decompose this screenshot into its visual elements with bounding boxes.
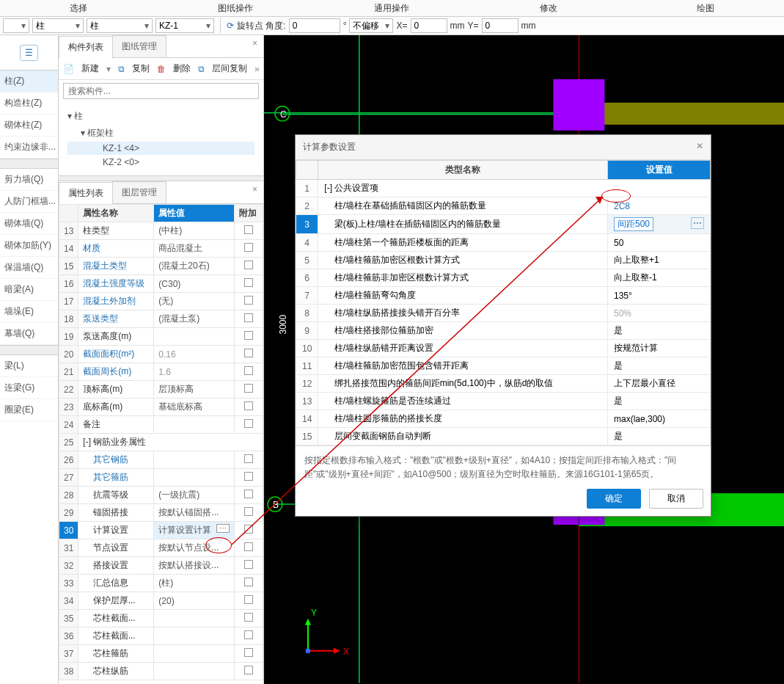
list-icon[interactable]: ☰ bbox=[20, 45, 38, 61]
param-row[interactable]: 7 柱/墙柱箍筋弯勾角度135° bbox=[296, 287, 711, 305]
category-item[interactable]: 约束边缘非... bbox=[0, 137, 58, 159]
param-row[interactable]: 11 柱/墙柱箍筋加密范围包含错开距离是 bbox=[296, 357, 711, 375]
param-row[interactable]: 5 柱/墙柱箍筋加密区根数计算方式向上取整+1 bbox=[296, 252, 711, 269]
checkbox[interactable] bbox=[244, 366, 253, 375]
property-row[interactable]: 26 其它钢筋 bbox=[59, 451, 263, 469]
checkbox[interactable] bbox=[244, 331, 253, 340]
checkbox[interactable] bbox=[244, 578, 253, 586]
property-row[interactable]: 35 芯柱截面... bbox=[59, 610, 263, 627]
checkbox[interactable] bbox=[244, 630, 253, 639]
property-row[interactable]: 22顶标高(m)层顶标高 bbox=[59, 381, 263, 399]
dropdown-1[interactable]: ▾ bbox=[3, 18, 29, 33]
checkbox[interactable] bbox=[244, 525, 253, 534]
y-input[interactable] bbox=[482, 18, 519, 33]
search-input[interactable] bbox=[63, 83, 259, 99]
menu-modify[interactable]: 修改 bbox=[470, 0, 627, 16]
checkbox[interactable] bbox=[244, 542, 253, 551]
checkbox[interactable] bbox=[244, 419, 253, 428]
checkbox[interactable] bbox=[244, 278, 253, 287]
category-item[interactable]: 连梁(G) bbox=[0, 377, 58, 399]
property-row[interactable]: 32 搭接设置按默认搭接设... bbox=[59, 557, 263, 575]
cancel-button[interactable]: 取消 bbox=[649, 489, 703, 509]
param-row[interactable]: 10 柱/墙柱纵筋错开距离设置按规范计算 bbox=[296, 340, 711, 357]
category-item[interactable]: 暗梁(A) bbox=[0, 279, 58, 301]
copy-button[interactable]: 复制 bbox=[132, 62, 150, 75]
property-row[interactable]: 15混凝土类型(混凝土20石) bbox=[59, 258, 263, 275]
close-icon[interactable]: × bbox=[246, 181, 263, 203]
category-item[interactable]: 柱(Z) bbox=[0, 70, 58, 92]
checkbox[interactable] bbox=[244, 490, 253, 498]
tree-item-kz2[interactable]: KZ-2 <0> bbox=[67, 155, 254, 170]
category-item[interactable]: 圈梁(E) bbox=[0, 399, 58, 421]
menu-general[interactable]: 通用操作 bbox=[314, 0, 471, 16]
property-row[interactable]: 24备注 bbox=[59, 416, 263, 434]
category-item[interactable]: 砌体柱(Z) bbox=[0, 114, 58, 137]
tab-layers[interactable]: 图层管理 bbox=[112, 181, 166, 203]
category-item[interactable]: 构造柱(Z) bbox=[0, 92, 58, 114]
checkbox[interactable] bbox=[244, 384, 253, 393]
category-item[interactable]: 幕墙(Q) bbox=[0, 323, 58, 345]
dropdown-4[interactable]: KZ-1▾ bbox=[155, 18, 214, 33]
close-icon[interactable]: ✕ bbox=[696, 141, 703, 153]
dropdown-3[interactable]: 柱▾ bbox=[87, 18, 153, 33]
param-row[interactable]: 1[-] 公共设置项 bbox=[296, 180, 711, 197]
property-row[interactable]: 34 保护层厚...(20) bbox=[59, 592, 263, 610]
property-row[interactable]: 28 抗震等级(一级抗震) bbox=[59, 487, 263, 504]
property-row[interactable]: 20截面面积(m²)0.16 bbox=[59, 346, 263, 363]
checkbox[interactable] bbox=[244, 401, 253, 410]
category-item[interactable]: 梁(L) bbox=[0, 355, 58, 377]
checkbox[interactable] bbox=[244, 454, 253, 463]
checkbox[interactable] bbox=[244, 261, 253, 269]
param-row[interactable]: 6 柱/墙柱箍筋非加密区根数计算方式向上取整-1 bbox=[296, 269, 711, 287]
property-row[interactable]: 31 节点设置按默认节点设... bbox=[59, 539, 263, 557]
category-item[interactable]: 砌体墙(Q) bbox=[0, 213, 58, 235]
ok-button[interactable]: 确定 bbox=[587, 489, 641, 509]
property-row[interactable]: 17混凝土外加剂(无) bbox=[59, 293, 263, 310]
checkbox[interactable] bbox=[244, 225, 253, 234]
checkbox[interactable] bbox=[244, 472, 253, 481]
property-row[interactable]: 25[-] 钢筋业务属性 bbox=[59, 434, 263, 451]
category-item[interactable]: 人防门框墙... bbox=[0, 191, 58, 213]
checkbox[interactable] bbox=[244, 648, 253, 657]
menu-draw[interactable]: 绘图 bbox=[627, 0, 784, 16]
param-row[interactable]: 13 柱/墙柱螺旋箍筋是否连续通过是 bbox=[296, 393, 711, 410]
tree-item-kz1[interactable]: KZ-1 <4> bbox=[67, 142, 254, 155]
property-row[interactable]: 21截面周长(m)1.6 bbox=[59, 363, 263, 381]
property-row[interactable]: 30 计算设置计算设置计算⋯ bbox=[59, 522, 263, 539]
x-input[interactable] bbox=[411, 18, 447, 33]
property-row[interactable]: 33 汇总信息(柱) bbox=[59, 575, 263, 592]
dropdown-2[interactable]: 柱▾ bbox=[32, 18, 84, 33]
property-row[interactable]: 36 芯柱截面... bbox=[59, 627, 263, 645]
property-row[interactable]: 13柱类型(中柱) bbox=[59, 222, 263, 240]
property-row[interactable]: 19泵送高度(m) bbox=[59, 328, 263, 346]
checkbox[interactable] bbox=[244, 613, 253, 622]
param-row[interactable]: 9 柱/墙柱搭接部位箍筋加密是 bbox=[296, 322, 711, 340]
more-icon[interactable]: » bbox=[254, 64, 260, 74]
checkbox[interactable] bbox=[244, 560, 253, 569]
param-row[interactable]: 3 梁(板)上柱/墙柱在插筋锚固区内的箍筋数量间距500⋯ bbox=[296, 215, 711, 234]
property-row[interactable]: 18泵送类型(混凝土泵) bbox=[59, 310, 263, 328]
property-row[interactable]: 38 芯柱纵筋 bbox=[59, 663, 263, 680]
checkbox[interactable] bbox=[244, 666, 253, 674]
category-item[interactable]: 保温墙(Q) bbox=[0, 257, 58, 279]
property-row[interactable]: 16混凝土强度等级(C30) bbox=[59, 275, 263, 293]
new-button[interactable]: 新建 bbox=[81, 62, 99, 75]
menu-drawing[interactable]: 图纸操作 bbox=[157, 0, 314, 16]
dialog-titlebar[interactable]: 计算参数设置 ✕ bbox=[296, 135, 711, 160]
checkbox[interactable] bbox=[244, 595, 253, 604]
close-icon[interactable]: × bbox=[246, 35, 263, 57]
param-row[interactable]: 4 柱/墙柱第一个箍筋距楼板面的距离50 bbox=[296, 234, 711, 252]
param-row[interactable]: 15 层间变截面钢筋自动判断是 bbox=[296, 428, 711, 445]
delete-button[interactable]: 删除 bbox=[173, 62, 191, 75]
more-icon[interactable]: ⋯ bbox=[216, 524, 230, 533]
param-row[interactable]: 8 柱/墙柱纵筋搭接接头错开百分率50% bbox=[296, 305, 711, 322]
property-row[interactable]: 37 芯柱箍筋 bbox=[59, 645, 263, 663]
param-row[interactable]: 12 绑扎搭接范围内的箍筋间距min(5d,100)中，纵筋d的取值上下层最小直… bbox=[296, 375, 711, 393]
tab-props[interactable]: 属性列表 bbox=[59, 182, 113, 204]
checkbox[interactable] bbox=[244, 243, 253, 252]
category-item[interactable]: 砌体加筋(Y) bbox=[0, 235, 58, 257]
param-row[interactable]: 2 柱/墙柱在基础插筋锚固区内的箍筋数量2C8 bbox=[296, 197, 711, 215]
param-row[interactable]: 14 柱/墙柱圆形箍筋的搭接长度max(lae,300) bbox=[296, 410, 711, 428]
checkbox[interactable] bbox=[244, 349, 253, 357]
offset-dropdown[interactable]: 不偏移▾ bbox=[349, 18, 393, 33]
